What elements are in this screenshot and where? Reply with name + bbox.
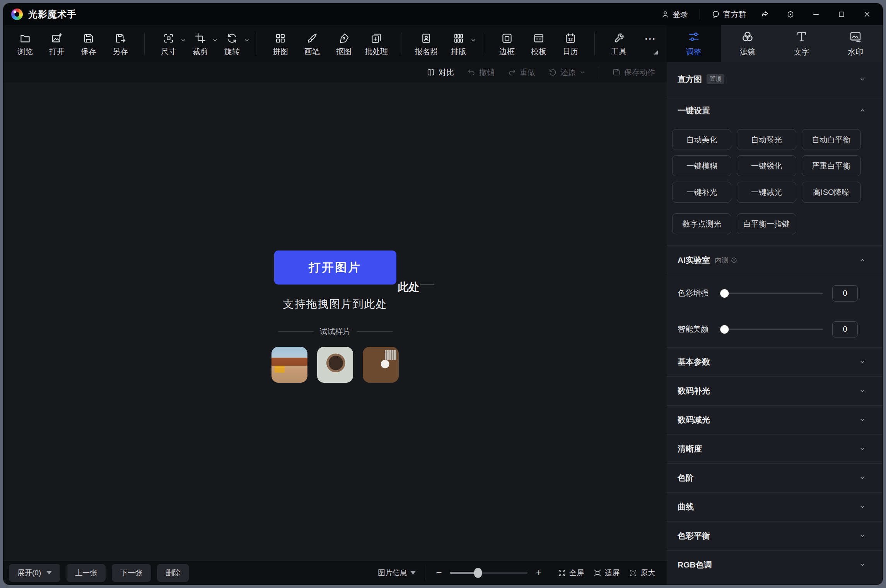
color-enhance-slider[interactable]	[723, 293, 823, 294]
auto-exposure-button[interactable]: 自动曝光	[737, 129, 796, 150]
chevron-down-icon[interactable]	[244, 37, 250, 43]
section-curves[interactable]: 曲线	[667, 493, 883, 521]
one-click-blur-button[interactable]: 一键模糊	[672, 155, 731, 176]
toolbar-brush-button[interactable]: 画笔	[301, 32, 323, 55]
toolbar-frame-button[interactable]: 边框	[496, 32, 518, 55]
chevron-down-icon[interactable]	[212, 37, 218, 43]
high-iso-denoise-button[interactable]: 高ISO降噪	[802, 182, 861, 203]
section-basic-params[interactable]: 基本参数	[667, 348, 883, 376]
auto-white-balance-button[interactable]: 自动白平衡	[802, 129, 861, 150]
login-button[interactable]: 登录	[661, 9, 688, 20]
section-rgb-tone[interactable]: RGB色调	[667, 551, 883, 579]
smart-beauty-slider[interactable]	[723, 329, 823, 330]
delete-image-button[interactable]: 删除	[157, 564, 189, 582]
severe-white-balance-button[interactable]: 严重白平衡	[802, 155, 861, 176]
toolbar-collage-button[interactable]: 拼图	[270, 32, 291, 55]
one-click-fill-light-button[interactable]: 一键补光	[672, 182, 731, 203]
dropdown-triangle-icon	[46, 571, 52, 574]
compare-button[interactable]: 对比	[427, 67, 454, 78]
toolbar-rotate-button[interactable]: 旋转	[221, 32, 243, 55]
toolbar-id-photo-button[interactable]: 报名照	[415, 32, 438, 55]
image-plus-icon	[51, 32, 63, 44]
share-button[interactable]	[758, 7, 772, 21]
slider-knob[interactable]	[720, 289, 729, 298]
maximize-button[interactable]	[835, 7, 848, 21]
chevron-down-icon[interactable]	[180, 37, 186, 43]
fit-screen-icon	[593, 569, 602, 577]
section-clarity[interactable]: 清晰度	[667, 435, 883, 463]
toolbar-resize-button[interactable]: 尺寸	[158, 32, 179, 55]
toolbar-batch-button[interactable]: 批处理	[365, 32, 388, 55]
one-click-dim-light-button[interactable]: 一键减光	[737, 182, 796, 203]
section-color-balance[interactable]: 色彩平衡	[667, 522, 883, 550]
section-one-click-settings[interactable]: 一键设置	[667, 96, 883, 124]
digital-spot-metering-button[interactable]: 数字点测光	[672, 213, 731, 234]
section-digital-fill-light[interactable]: 数码补光	[667, 377, 883, 405]
sample-thumbnail-desert-road[interactable]	[271, 347, 307, 383]
toolbar-crop-button[interactable]: 裁剪	[189, 32, 211, 55]
sample-thumbnail-portrait[interactable]	[317, 347, 353, 383]
open-image-button[interactable]: 打开图片	[274, 251, 396, 285]
settings-button[interactable]	[784, 7, 797, 21]
chevron-down-icon[interactable]	[470, 37, 476, 43]
divider-line	[357, 331, 393, 332]
tab-watermark[interactable]: 水印	[829, 25, 883, 62]
help-circle-icon[interactable]: ?	[731, 257, 737, 263]
bottom-bar-right: 图片信息 − + 全屏 适屏	[378, 566, 655, 580]
minimize-button[interactable]	[809, 7, 823, 21]
section-digital-dim-light[interactable]: 数码减光	[667, 406, 883, 434]
toolbar-divider	[401, 32, 401, 55]
zoom-in-button[interactable]: +	[534, 567, 543, 579]
fit-screen-button[interactable]: 适屏	[593, 568, 620, 578]
toolbar-cutout-button[interactable]: 抠图	[333, 32, 355, 55]
section-ai-lab[interactable]: AI实验室 内测 ?	[667, 245, 883, 275]
save-action-button[interactable]: 保存动作	[612, 67, 655, 78]
toolbar-save-as-button[interactable]: 另存	[109, 32, 131, 55]
toolbar-save-button[interactable]: 保存	[78, 32, 99, 55]
corner-triangle-icon	[654, 50, 658, 55]
zoom-out-button[interactable]: −	[435, 567, 443, 579]
desktop-background: 光影魔术手 登录 官方群	[0, 0, 886, 588]
chevron-up-icon	[859, 107, 866, 114]
undo-button[interactable]: 撤销	[467, 67, 495, 78]
chevron-down-icon	[859, 562, 866, 568]
toolbar-open-button[interactable]: 打开	[46, 32, 68, 55]
restore-button[interactable]: 还原	[548, 67, 586, 78]
tab-filters[interactable]: 滤镜	[721, 25, 775, 62]
previous-image-button[interactable]: 上一张	[67, 564, 106, 582]
fullscreen-button[interactable]: 全屏	[558, 568, 584, 578]
zoom-slider[interactable]	[450, 572, 528, 574]
sample-thumbnail-desk-flatlay[interactable]	[363, 347, 399, 383]
slider-knob[interactable]	[720, 325, 729, 334]
titlebar: 光影魔术手 登录 官方群	[3, 3, 883, 25]
restore-circular-icon	[548, 68, 557, 77]
expand-filmstrip-button[interactable]: 展开(0)	[9, 564, 60, 582]
chevron-down-icon[interactable]	[579, 69, 586, 75]
toolbar-calendar-button[interactable]: 12 日历	[560, 32, 581, 55]
section-histogram[interactable]: 直方图 置顶	[667, 62, 883, 96]
save-as-icon	[114, 32, 126, 44]
original-size-button[interactable]: 原大	[629, 568, 655, 578]
official-group-button[interactable]: 官方群	[712, 9, 746, 20]
next-image-button[interactable]: 下一张	[112, 564, 151, 582]
image-info-button[interactable]: 图片信息	[378, 568, 416, 578]
toolbar-browse-button[interactable]: 浏览	[14, 32, 36, 55]
toolbar-template-button[interactable]: 模板	[528, 32, 550, 55]
smart-beauty-value[interactable]: 0	[832, 321, 858, 337]
auto-beautify-button[interactable]: 自动美化	[672, 129, 731, 150]
toolbar-layout-button[interactable]: 排版	[448, 32, 469, 55]
white-balance-one-key-button[interactable]: 白平衡一指键	[737, 213, 796, 234]
zoom-slider-knob[interactable]	[474, 568, 482, 578]
sample-thumbnails	[271, 347, 399, 383]
tab-adjust[interactable]: 调整	[667, 25, 721, 62]
one-click-sharpen-button[interactable]: 一键锐化	[737, 155, 796, 176]
color-enhance-value[interactable]: 0	[832, 285, 858, 302]
redo-button[interactable]: 重做	[508, 67, 535, 78]
tab-text[interactable]: 文字	[775, 25, 829, 62]
image-canvas-dropzone[interactable]: 打开图片 此处 支持拖拽图片到此处 试试样片	[3, 82, 667, 561]
close-button[interactable]	[860, 7, 874, 21]
toolbar-tools-button[interactable]: 工具	[608, 32, 630, 55]
fullscreen-icon	[558, 569, 566, 577]
toolbar-more-button[interactable]: ⋯	[640, 33, 661, 55]
section-levels[interactable]: 色阶	[667, 464, 883, 492]
